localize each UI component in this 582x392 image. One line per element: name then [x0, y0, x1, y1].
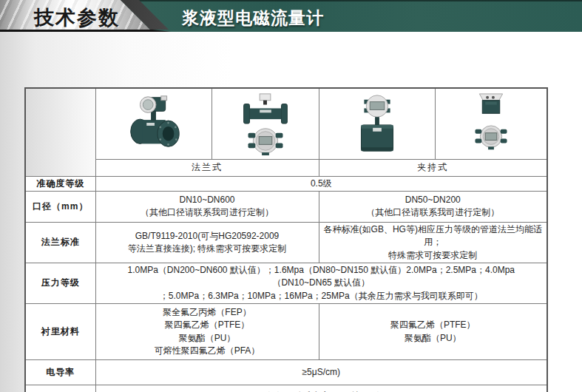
photo-cell-clamp-converter: [435, 88, 547, 159]
pressure-value: 1.0MPa（DN200~DN600 默认值）；1.6Mpa（DN80~DN15…: [95, 263, 547, 304]
flange-meter-side-and-converter-photo: [221, 90, 310, 157]
photo-cell-clamp-front: [319, 88, 435, 159]
photo-cell-flange-side: [212, 88, 319, 159]
type-labels-row: 法兰式 夹持式: [25, 159, 547, 176]
corner-cell: [25, 88, 95, 176]
flange-standard-flange-value: GB/T9119-2010(可与HG20592-2009 等法兰直接连接); 特…: [95, 222, 319, 263]
clamp-meter-top-unit-and-converter-photo: [447, 90, 535, 157]
photo-cell-flange-angled: [95, 88, 212, 159]
lining-label: 衬里材料: [25, 304, 95, 360]
accuracy-row: 准确度等级 0.5级: [25, 176, 547, 191]
accuracy-value: 0.5级: [95, 176, 547, 191]
page-title: 技术参数: [33, 4, 121, 31]
pressure-row: 压力等级 1.0MPa（DN200~DN600 默认值）；1.6Mpa（DN80…: [25, 263, 547, 304]
lining-clamp-value: 聚四氟乙烯（PTFE） 聚氨酯（PU）: [319, 304, 547, 360]
conductivity-value: ≥5μS/cm): [95, 360, 547, 385]
type-label-clamp: 夹持式: [319, 159, 547, 176]
conductivity-label: 电导率: [25, 360, 95, 385]
spec-table: 法兰式 夹持式 准确度等级 0.5级 口径（mm） DN10~DN600 （其他…: [24, 87, 548, 392]
conductivity-row: 电导率 ≥5μS/cm): [25, 360, 547, 385]
pressure-label: 压力等级: [25, 263, 95, 304]
flange-standard-clamp-value: 各种标准(如GB、HG等)相应压力等级的管道法兰均能适用； 特殊需求可按要求定制: [319, 222, 547, 263]
photos-row: [25, 88, 547, 159]
lining-row: 衬里材料 聚全氟乙丙烯（FEP） 聚四氟乙烯（PTFE） 聚氨酯（PU） 可熔性…: [25, 304, 547, 360]
clamp-meter-front-photo: [333, 90, 422, 157]
diameter-row: 口径（mm） DN10~DN600 （其他口径请联系我司进行定制） DN50~D…: [25, 191, 547, 222]
diameter-clamp-value: DN50~DN200 （其他口径请联系我司进行定制）: [319, 191, 547, 222]
electrode-value: 316L不锈钢，哈氏合金HC，钛Ti，钽Ta， 碳化钨WC，铂铱合金Pt: [95, 385, 547, 392]
diameter-flange-value: DN10~DN600 （其他口径请联系我司进行定制）: [95, 191, 319, 222]
lining-flange-value: 聚全氟乙丙烯（FEP） 聚四氟乙烯（PTFE） 聚氨酯（PU） 可熔性聚四氟乙烯…: [95, 304, 319, 360]
type-label-flange: 法兰式: [95, 159, 319, 176]
diameter-label: 口径（mm）: [25, 191, 95, 222]
page-body: 法兰式 夹持式 准确度等级 0.5级 口径（mm） DN10~DN600 （其他…: [0, 32, 582, 392]
electrode-row: 电极材料 316L不锈钢，哈氏合金HC，钛Ti，钽Ta， 碳化钨WC，铂铱合金P…: [25, 385, 547, 392]
accuracy-label: 准确度等级: [25, 176, 95, 191]
flange-standard-label: 法兰标准: [25, 222, 95, 263]
page: 技术参数 浆液型电磁流量计: [0, 0, 582, 392]
electrode-label: 电极材料: [25, 385, 95, 392]
flange-standard-row: 法兰标准 GB/T9119-2010(可与HG20592-2009 等法兰直接连…: [25, 222, 547, 263]
product-name-title: 浆液型电磁流量计: [182, 7, 324, 30]
page-header: 技术参数 浆液型电磁流量计: [0, 0, 582, 33]
flange-meter-angled-photo: [109, 90, 198, 157]
